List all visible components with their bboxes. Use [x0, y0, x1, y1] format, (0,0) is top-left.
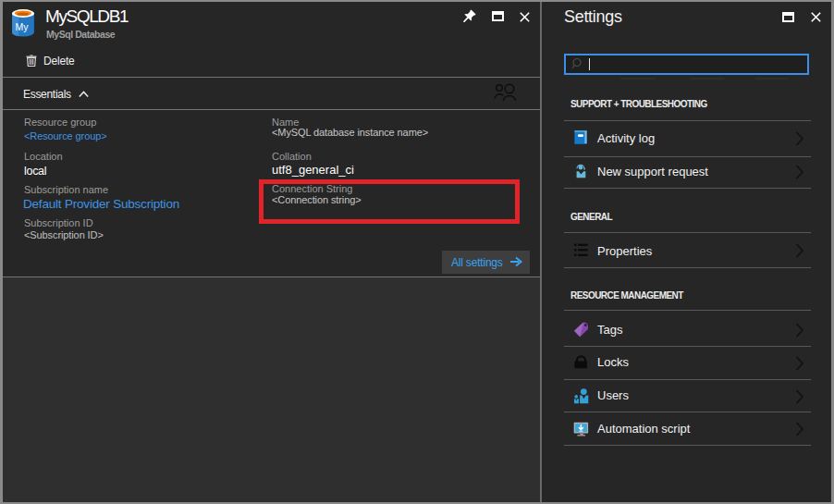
svg-text:My: My — [16, 21, 30, 32]
